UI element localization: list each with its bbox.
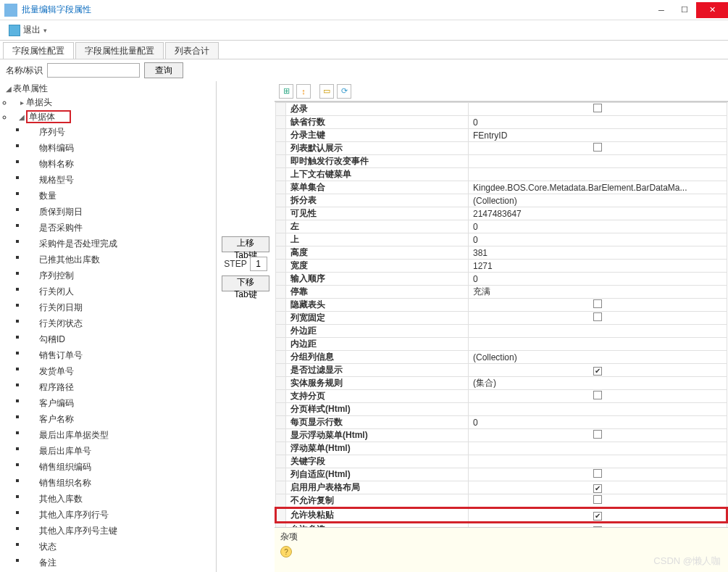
help-icon[interactable]: ?	[280, 546, 292, 558]
step-input[interactable]	[250, 257, 267, 271]
doc-icon[interactable]: ▭	[319, 84, 334, 99]
property-row[interactable]: 菜单集合Kingdee.BOS.Core.Metadata.BarElement…	[276, 181, 727, 194]
property-row[interactable]: 分组列信息(Collection)	[276, 351, 727, 364]
property-row[interactable]: 内边距	[276, 338, 727, 351]
tree-item[interactable]: 备注	[26, 554, 216, 570]
property-row[interactable]: 上下文右键菜单	[276, 168, 727, 181]
tree[interactable]: ◢表单属性▸单据头◢单据体序列号物料编码物料名称规格型号数量质保到期日是否采购件…	[0, 81, 216, 572]
tree-item[interactable]: 规格型号	[26, 171, 216, 187]
property-row[interactable]: 分录主键FEntryID	[276, 129, 727, 142]
tree-item[interactable]: 销售组织编码	[26, 458, 216, 474]
property-row[interactable]: 停靠充满	[276, 286, 727, 299]
property-row[interactable]: 每页显示行数0	[276, 416, 727, 429]
tree-item[interactable]: 行关闭日期	[26, 299, 216, 315]
checkbox[interactable]	[593, 512, 602, 521]
minimize-button[interactable]: ─	[650, 2, 673, 18]
property-row[interactable]: 列自适应(Html)	[276, 468, 727, 481]
search-label: 名称/标识	[6, 65, 43, 77]
tree-item[interactable]: 数量	[26, 187, 216, 203]
tree-item[interactable]: 销售订单号	[26, 347, 216, 362]
checkbox[interactable]	[593, 312, 602, 321]
checkbox[interactable]	[593, 495, 602, 504]
search-button[interactable]: 查询	[144, 62, 183, 78]
property-row[interactable]: 不允许复制	[276, 494, 727, 508]
property-row[interactable]: 输入顺序0	[276, 273, 727, 286]
tree-item[interactable]: 最后出库单号	[26, 442, 216, 458]
sort-icon[interactable]: ↕	[296, 84, 311, 99]
property-row[interactable]: 关键字段	[276, 455, 727, 468]
property-row[interactable]: 拆分表(Collection)	[276, 194, 727, 207]
property-grid[interactable]: 必录缺省行数0分录主键FEntryID列表默认展示即时触发行改变事件上下文右键菜…	[275, 102, 728, 527]
property-row[interactable]: 缺省行数0	[276, 116, 727, 129]
tab-batch-config[interactable]: 字段属性批量配置	[75, 42, 164, 59]
property-row[interactable]: 允许块粘贴	[276, 508, 727, 523]
property-row[interactable]: 必录	[276, 103, 727, 116]
checkbox[interactable]	[593, 430, 602, 439]
checkbox[interactable]	[593, 367, 602, 376]
close-button[interactable]: ✕	[696, 2, 728, 18]
property-row[interactable]: 可见性2147483647	[276, 207, 727, 220]
property-row[interactable]: 是否过滤显示	[276, 364, 727, 377]
checkbox[interactable]	[593, 469, 602, 478]
maximize-button[interactable]: ☐	[673, 2, 696, 18]
property-row[interactable]: 隐藏表头	[276, 299, 727, 312]
tree-item[interactable]: 采购件是否处理完成	[26, 235, 216, 251]
checkbox[interactable]	[593, 299, 602, 308]
tree-item[interactable]: 是否采购件	[26, 219, 216, 235]
tree-item[interactable]: 客户名称	[26, 410, 216, 426]
tree-item[interactable]: 其他入库数	[26, 490, 216, 506]
property-row[interactable]: 上0	[276, 233, 727, 246]
tree-item[interactable]: 销售组织名称	[26, 474, 216, 490]
tree-item[interactable]: 行关闭状态	[26, 315, 216, 331]
tree-item[interactable]: 行关闭人	[26, 283, 216, 299]
tree-item[interactable]: 物料编码	[26, 139, 216, 155]
tree-item[interactable]: 序列号	[26, 123, 216, 139]
property-row[interactable]: 允许多选	[276, 523, 727, 528]
property-row[interactable]: 列表默认展示	[276, 142, 727, 155]
tab-field-config[interactable]: 字段属性配置	[3, 42, 74, 59]
checkbox[interactable]	[593, 104, 602, 112]
checkbox[interactable]	[593, 484, 602, 493]
tab-list-sum[interactable]: 列表合计	[165, 42, 219, 59]
watermark: CSDN @懒人咖	[653, 555, 721, 568]
search-input[interactable]	[47, 63, 140, 78]
checkbox[interactable]	[593, 391, 602, 399]
tree-body[interactable]: ◢单据体序列号物料编码物料名称规格型号数量质保到期日是否采购件采购件是否处理完成…	[13, 109, 216, 572]
property-row[interactable]: 高度381	[276, 246, 727, 260]
dropdown-icon: ▾	[43, 27, 47, 34]
property-row[interactable]: 列宽固定	[276, 312, 727, 325]
tree-head[interactable]: ▸单据头	[13, 95, 216, 109]
property-row[interactable]: 实体服务规则(集合)	[276, 377, 727, 390]
tree-item[interactable]: 其他入库序列号主键	[26, 522, 216, 538]
tab-down-button[interactable]: 下移Tab键	[222, 275, 269, 291]
exit-button[interactable]: 退出 ▾	[4, 22, 51, 38]
tree-item[interactable]: 物料名称	[26, 155, 216, 171]
tree-item[interactable]: 质保到期日	[26, 203, 216, 219]
app-icon	[4, 4, 17, 17]
property-row[interactable]: 启用用户表格布局	[276, 481, 727, 494]
misc-title: 杂项	[280, 531, 722, 543]
property-row[interactable]: 外边距	[276, 325, 727, 338]
property-row[interactable]: 支持分页	[276, 390, 727, 403]
tree-item[interactable]: 最后出库单据类型	[26, 426, 216, 442]
tree-item[interactable]: 勾稽ID	[26, 331, 216, 347]
tree-item[interactable]: 序列控制	[26, 267, 216, 283]
tree-item[interactable]: 已推其他出库数	[26, 251, 216, 267]
categorize-icon[interactable]: ⊞	[279, 84, 293, 99]
tree-item[interactable]: 程序路径	[26, 378, 216, 394]
tree-item[interactable]: 发货单号	[26, 362, 216, 378]
property-row[interactable]: 左0	[276, 220, 727, 233]
tab-up-button[interactable]: 上移Tab键	[222, 236, 269, 252]
tree-item[interactable]: 状态	[26, 538, 216, 554]
property-row[interactable]: 分页样式(Html)	[276, 403, 727, 416]
tree-root[interactable]: ◢表单属性▸单据头◢单据体序列号物料编码物料名称规格型号数量质保到期日是否采购件…	[0, 81, 216, 572]
tree-item[interactable]: 其他入库序列行号	[26, 506, 216, 522]
property-row[interactable]: 宽度1271	[276, 260, 727, 273]
property-row[interactable]: 浮动菜单(Html)	[276, 442, 727, 455]
checkbox[interactable]	[593, 143, 602, 152]
tree-item[interactable]: 客户编码	[26, 394, 216, 410]
property-row[interactable]: 即时触发行改变事件	[276, 155, 727, 168]
property-row[interactable]: 显示浮动菜单(Html)	[276, 429, 727, 442]
checkbox[interactable]	[593, 526, 602, 528]
refresh-icon[interactable]: ⟳	[337, 84, 351, 99]
